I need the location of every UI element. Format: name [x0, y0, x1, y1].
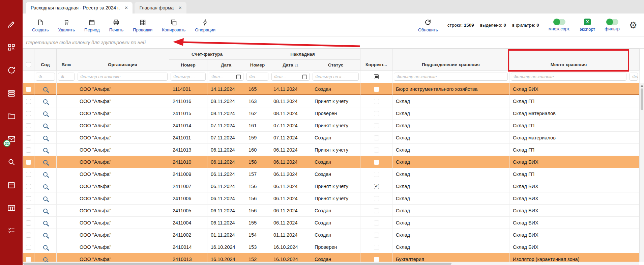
korrekt-checkbox[interactable] [374, 111, 379, 116]
table-row[interactable]: ООО "Альфа"241100506.11.202415606.11.202… [23, 205, 640, 217]
korrekt-checkbox[interactable] [374, 123, 379, 128]
table-row[interactable]: ООО "Альфа"241100706.11.202415606.11.202… [23, 180, 640, 192]
calendar-icon[interactable] [302, 75, 307, 79]
waybill-number-filter-input[interactable]: Фи... [246, 73, 268, 81]
magnifier-icon[interactable] [43, 196, 48, 201]
korrekt-cell[interactable] [360, 205, 392, 217]
row-open-cell[interactable] [34, 107, 57, 120]
magnifier-icon[interactable] [43, 233, 48, 237]
create-button[interactable]: Создать [32, 18, 49, 32]
mail-icon[interactable]: 32 [7, 134, 16, 144]
sod-filter-input[interactable]: Ф... [36, 73, 55, 81]
table-row[interactable]: ООО "Альфа"241100406.11.202415506.11.202… [23, 217, 640, 229]
korrekt-checkbox[interactable] [374, 233, 379, 238]
vlzh-filter-input[interactable]: Ф... [58, 73, 75, 81]
print-queue-icon[interactable] [7, 88, 16, 98]
row-open-cell[interactable] [34, 95, 57, 107]
row-select-cell[interactable] [23, 217, 34, 229]
row-select-cell[interactable] [23, 132, 34, 144]
row-checkbox[interactable] [26, 196, 31, 201]
korrekt-cell[interactable] [360, 168, 392, 180]
row-checkbox[interactable] [26, 123, 31, 128]
korrekt-cell[interactable] [360, 180, 392, 192]
korrekt-cell[interactable] [360, 107, 392, 120]
korrekt-cell[interactable] [360, 144, 392, 156]
org-filter-input[interactable]: Фильтр по колонке [78, 73, 168, 81]
qr-grid-icon[interactable] [7, 43, 16, 52]
korrekt-checkbox[interactable] [374, 184, 379, 189]
row-open-cell[interactable] [34, 192, 57, 205]
row-select-cell[interactable] [23, 205, 34, 217]
magnifier-icon[interactable] [43, 99, 48, 104]
magnifier-icon[interactable] [43, 184, 48, 189]
magnifier-icon[interactable] [43, 209, 48, 213]
row-checkbox[interactable] [26, 111, 31, 116]
postings-button[interactable]: Проводки [133, 18, 152, 32]
korrekt-cell[interactable] [360, 156, 392, 168]
row-select-cell[interactable] [23, 120, 34, 132]
col-header-invoice-date[interactable]: Дата [207, 60, 245, 71]
korrekt-cell[interactable] [360, 229, 392, 241]
edit-icon[interactable] [7, 20, 16, 29]
col-header-dept[interactable]: Подразделение хранения [392, 49, 509, 71]
status-filter-input[interactable]: Фильтр по к... [313, 73, 359, 81]
toggle-icon[interactable] [553, 19, 565, 25]
tab-main-form[interactable]: Главная форма ✕ [135, 2, 186, 14]
close-icon[interactable]: ✕ [124, 5, 128, 10]
row-checkbox[interactable] [26, 233, 31, 238]
row-select-cell[interactable] [23, 95, 34, 107]
korrekt-checkbox[interactable] [374, 245, 379, 250]
row-open-cell[interactable] [34, 205, 57, 217]
close-icon[interactable]: ✕ [178, 5, 182, 10]
korrekt-checkbox[interactable] [374, 172, 379, 177]
row-select-cell[interactable] [23, 168, 34, 180]
row-open-cell[interactable] [34, 144, 57, 156]
row-checkbox[interactable] [26, 245, 31, 250]
table-row[interactable]: ООО "Альфа"241001416.10.202415316.10.202… [23, 241, 640, 253]
row-select-cell[interactable] [23, 229, 34, 241]
korrekt-checkbox[interactable] [374, 220, 379, 226]
row-select-cell[interactable] [23, 241, 34, 253]
korrekt-cell[interactable] [360, 83, 392, 95]
magnifier-icon[interactable] [43, 111, 48, 116]
refresh-button[interactable]: Обновить [418, 18, 438, 32]
period-button[interactable]: Период [84, 18, 100, 32]
korrekt-checkbox[interactable] [374, 148, 379, 153]
korrekt-cell[interactable] [360, 132, 392, 144]
tab-register[interactable]: Расходная накладная - Реестр за 2024 г. … [26, 2, 133, 14]
row-select-cell[interactable] [23, 83, 34, 95]
row-checkbox[interactable] [26, 135, 31, 140]
row-checkbox[interactable] [26, 99, 31, 104]
delete-button[interactable]: Удалить [58, 18, 75, 32]
row-open-cell[interactable] [34, 120, 57, 132]
waybill-date-filter-input[interactable]: Фил... [271, 73, 310, 81]
table-row[interactable]: ООО "Альфа"241100201.11.202415401.11.202… [23, 229, 640, 241]
filter-toggle[interactable]: фильтр [605, 19, 619, 31]
calendar-icon[interactable] [7, 180, 16, 190]
table-row[interactable]: ООО "Альфа"241100606.11.202415606.11.202… [23, 192, 640, 205]
export-button[interactable]: X экспорт [580, 19, 595, 32]
vertical-scroll-thumb[interactable] [641, 88, 643, 110]
row-open-cell[interactable] [34, 83, 57, 95]
magnifier-icon[interactable] [43, 124, 48, 128]
horizontal-scrollbar[interactable] [23, 262, 639, 265]
table-row[interactable]: ООО "Альфа"241101006.11.202415806.11.202… [23, 156, 640, 168]
search-icon[interactable] [7, 157, 16, 167]
table-row[interactable]: ООО "Альфа"111400114.11.202416514.11.202… [23, 83, 640, 95]
col-header-status[interactable]: Статус [311, 60, 360, 71]
operations-button[interactable]: Операции [195, 18, 215, 32]
table-row[interactable]: ООО "Альфа"241101107.11.202415907.11.202… [23, 132, 640, 144]
calendar-icon[interactable] [236, 75, 241, 79]
toggle-icon[interactable] [606, 19, 618, 25]
col-header-invoice-number[interactable]: Номер [169, 60, 207, 71]
row-select-cell[interactable] [23, 156, 34, 168]
row-open-cell[interactable] [34, 253, 57, 262]
korrekt-cell[interactable] [360, 95, 392, 107]
korrekt-cell[interactable] [360, 241, 392, 253]
row-checkbox[interactable] [26, 184, 31, 189]
sync-icon[interactable] [7, 65, 16, 75]
folder-icon[interactable] [7, 111, 16, 121]
korrekt-cell[interactable] [360, 120, 392, 132]
row-open-cell[interactable] [34, 132, 57, 144]
magnifier-icon[interactable] [43, 136, 48, 140]
